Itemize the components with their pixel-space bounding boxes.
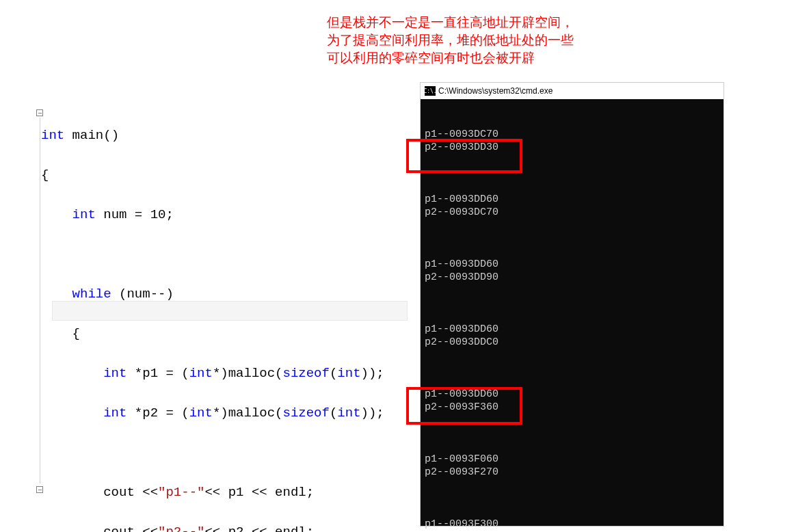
fold-line: [40, 118, 40, 483]
console-window: C:\. C:\Windows\system32\cmd.exe p1--009…: [420, 82, 724, 527]
code-line: cout <<"p2--"<< p2 << endl;: [41, 522, 417, 532]
code-editor[interactable]: int main() { int num = 10; while (num--)…: [41, 106, 417, 532]
console-output[interactable]: p1--0093DC70p2--0093DD30 p1--0093DD60p2-…: [421, 99, 723, 532]
code-line: {: [41, 165, 417, 185]
output-block: p1--0093DD60p2--0093F360: [425, 388, 719, 414]
output-block: p1--0093DC70p2--0093DD30: [425, 128, 719, 154]
code-line: cout <<"p1--"<< p1 << endl;: [41, 483, 417, 503]
console-titlebar[interactable]: C:\. C:\Windows\system32\cmd.exe: [421, 83, 723, 99]
annotation-line-3: 可以利用的零碎空间有时也会被开辟: [327, 49, 574, 67]
code-line: int main(): [41, 126, 417, 146]
output-block: p1--0093DD60p2--0093DC70: [425, 193, 719, 219]
output-block: p1--0093F060p2--0093F270: [425, 453, 719, 479]
code-line: [41, 245, 417, 265]
console-title: C:\Windows\system32\cmd.exe: [438, 86, 553, 96]
code-line: int *p1 = (int*)malloc(sizeof(int));: [41, 364, 417, 384]
cmd-icon: C:\.: [425, 86, 436, 96]
code-line: int num = 10;: [41, 205, 417, 225]
annotation-text: 但是栈并不一定是一直往高地址开辟空间， 为了提高空间利用率，堆的低地址处的一些 …: [327, 14, 574, 67]
code-line: {: [41, 324, 417, 344]
output-block: p1--0093DD60p2--0093DD90: [425, 258, 719, 284]
output-block: p1--0093DD60p2--0093DDC0: [425, 323, 719, 349]
output-block: p1--0093F300p2--0093EEB0: [425, 518, 719, 532]
annotation-line-1: 但是栈并不一定是一直往高地址开辟空间，: [327, 14, 574, 31]
code-line: [41, 443, 417, 463]
annotation-line-2: 为了提高空间利用率，堆的低地址处的一些: [327, 31, 574, 49]
code-line: while (num--): [41, 284, 417, 304]
code-line: int *p2 = (int*)malloc(sizeof(int));: [41, 403, 417, 423]
